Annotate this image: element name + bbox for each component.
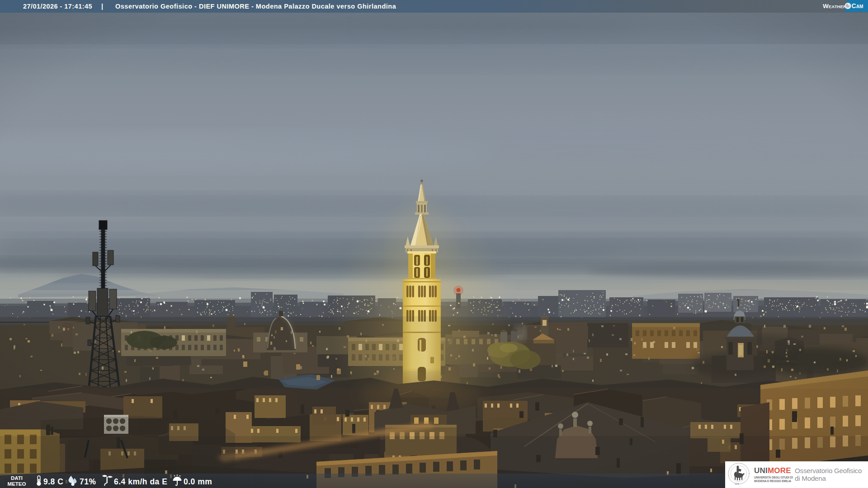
svg-text:Osservatorio Geofisico: Osservatorio Geofisico — [795, 467, 862, 474]
svg-text:UNIMORE: UNIMORE — [754, 466, 791, 475]
svg-text:6.4 km/h da E: 6.4 km/h da E — [114, 477, 167, 486]
svg-text:9.8 C: 9.8 C — [43, 477, 63, 486]
svg-text:MODENA E REGGIO EMILIA: MODENA E REGGIO EMILIA — [754, 479, 792, 483]
svg-text:WEATHER: WEATHER — [823, 3, 846, 9]
svg-text:UNIVERSITÀ DEGLI STUDI DI: UNIVERSITÀ DEGLI STUDI DI — [754, 475, 793, 479]
svg-text:di Modena: di Modena — [795, 474, 826, 482]
svg-text:0.0 mm: 0.0 mm — [184, 477, 212, 486]
svg-text:71%: 71% — [80, 477, 96, 486]
svg-text:1175: 1175 — [735, 483, 739, 485]
